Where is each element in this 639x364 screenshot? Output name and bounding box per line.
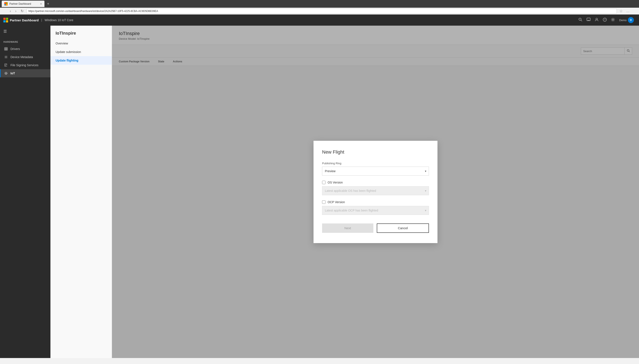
title-separator: |: [41, 18, 42, 22]
os-version-checkbox-row: OS Version: [322, 181, 429, 184]
refresh-button[interactable]: ↻: [20, 8, 25, 14]
ocp-version-select: Latest applicable OCP has been flighted: [322, 206, 429, 215]
search-icon-button[interactable]: [577, 16, 584, 24]
tab-title: Partner Dashboard: [10, 2, 31, 5]
file-signing-icon: [4, 63, 8, 67]
svg-rect-6: [4, 20, 6, 22]
modal-overlay: New Flight Publishing Ring Preview Gradu…: [112, 26, 639, 358]
new-tab-button[interactable]: +: [45, 2, 51, 6]
more-options-button[interactable]: …: [625, 9, 630, 13]
user-avatar: D: [628, 17, 634, 23]
tab-favicon: [4, 2, 8, 6]
drivers-icon: [4, 47, 8, 51]
nav-item-update-flighting[interactable]: Update flighting: [51, 56, 112, 65]
svg-rect-18: [5, 49, 6, 50]
chat-icon-button[interactable]: [585, 16, 592, 24]
next-button[interactable]: Next: [322, 224, 373, 233]
svg-rect-2: [5, 4, 6, 5]
device-metadata-icon: [4, 55, 8, 59]
nav-item-update-submission[interactable]: Update submission: [51, 48, 112, 56]
nav-item-overview[interactable]: Overview: [51, 39, 112, 48]
left-panel: IoTInspire Overview Update submission Up…: [51, 26, 112, 358]
app-logo: Partner Dashboard | Windows 10 IoT Core: [4, 18, 73, 22]
nav-item-overview-label: Overview: [56, 42, 68, 45]
modal-actions: Next Cancel: [322, 224, 429, 233]
address-bar: ‹ › ↻ ☆ …: [0, 8, 639, 14]
settings-icon-button[interactable]: [609, 16, 616, 24]
app-subtitle: Windows 10 IoT Core: [45, 18, 73, 22]
sidebar: ☰ HARDWARE Drivers Device Metadata File …: [0, 26, 51, 358]
sidebar-item-label-device-metadata: Device Metadata: [11, 55, 33, 59]
svg-point-28: [5, 73, 7, 74]
main-layout: ☰ HARDWARE Drivers Device Metadata File …: [0, 26, 639, 358]
left-panel-title: IoTInspire: [51, 26, 112, 39]
tab-bar: Partner Dashboard × +: [0, 0, 639, 8]
nav-item-update-flighting-label: Update flighting: [56, 59, 79, 62]
tab-close-button[interactable]: ×: [40, 2, 42, 6]
svg-text:?: ?: [604, 18, 605, 21]
publishing-ring-wrapper: Preview Gradual Release ▾: [322, 166, 429, 176]
svg-point-29: [5, 72, 7, 74]
help-icon: ?: [603, 18, 607, 22]
active-tab[interactable]: Partner Dashboard ×: [2, 1, 45, 7]
microsoft-logo: [4, 18, 8, 22]
back-button[interactable]: ‹: [9, 9, 12, 14]
publishing-ring-label: Publishing Ring: [322, 162, 429, 165]
address-input[interactable]: [27, 8, 617, 14]
user-label: Demo: [619, 18, 626, 22]
modal-title: New Flight: [322, 149, 429, 155]
svg-rect-27: [7, 65, 7, 66]
ocp-version-label[interactable]: OCP Version: [328, 200, 345, 204]
ocp-version-checkbox-row: OCP Version: [322, 200, 429, 204]
sidebar-item-device-metadata[interactable]: Device Metadata: [0, 53, 51, 61]
nav-item-update-submission-label: Update submission: [56, 50, 81, 54]
svg-rect-19: [6, 49, 7, 50]
svg-rect-0: [5, 2, 6, 4]
sidebar-item-label-drivers: Drivers: [11, 47, 20, 51]
app-header: Partner Dashboard | Windows 10 IoT Core: [0, 14, 639, 26]
settings-icon: [611, 18, 615, 22]
svg-rect-5: [6, 18, 8, 20]
bookmark-icon[interactable]: ☆: [618, 9, 623, 14]
people-icon-button[interactable]: [593, 16, 600, 24]
header-icons: ? Demo D: [577, 16, 635, 24]
svg-rect-1: [6, 2, 8, 4]
svg-line-9: [581, 20, 582, 21]
help-icon-button[interactable]: ?: [601, 16, 608, 24]
sidebar-item-file-signing[interactable]: File Signing Services: [0, 61, 51, 69]
people-icon: [595, 18, 598, 22]
sidebar-section-label: HARDWARE: [0, 37, 51, 45]
ocp-version-checkbox[interactable]: [322, 200, 325, 204]
sidebar-item-iot[interactable]: IoT: [0, 69, 51, 77]
publishing-ring-select[interactable]: Preview Gradual Release: [322, 166, 429, 176]
svg-point-14: [612, 19, 613, 20]
sidebar-item-label-iot: IoT: [11, 72, 15, 75]
forward-button[interactable]: ›: [14, 9, 18, 14]
app-title: Partner Dashboard: [10, 18, 39, 22]
cancel-button[interactable]: Cancel: [377, 224, 429, 233]
svg-rect-3: [6, 4, 8, 5]
svg-rect-16: [5, 48, 6, 49]
sidebar-item-label-file-signing: File Signing Services: [11, 64, 39, 67]
svg-point-11: [596, 18, 597, 20]
os-version-label[interactable]: OS Version: [328, 181, 343, 184]
os-version-select: Latest applicable OS has been flighted: [322, 186, 429, 195]
chat-icon: [587, 18, 590, 22]
os-version-wrapper: Latest applicable OS has been flighted ▾: [322, 186, 429, 195]
right-panel: IoTInspire Device Model: IoTInspire Cust…: [112, 26, 639, 358]
ocp-version-wrapper: Latest applicable OCP has been flighted …: [322, 206, 429, 215]
search-icon: [578, 18, 582, 22]
sidebar-item-drivers[interactable]: Drivers: [0, 45, 51, 53]
os-version-checkbox[interactable]: [322, 181, 325, 184]
svg-rect-7: [6, 20, 8, 22]
svg-rect-4: [4, 18, 6, 20]
content-area: IoTInspire Overview Update submission Up…: [51, 26, 639, 358]
svg-rect-17: [6, 48, 7, 49]
iot-icon: [4, 71, 8, 75]
user-menu[interactable]: Demo D: [617, 16, 635, 24]
new-flight-modal: New Flight Publishing Ring Preview Gradu…: [314, 141, 437, 243]
hamburger-menu[interactable]: ☰: [0, 27, 51, 37]
